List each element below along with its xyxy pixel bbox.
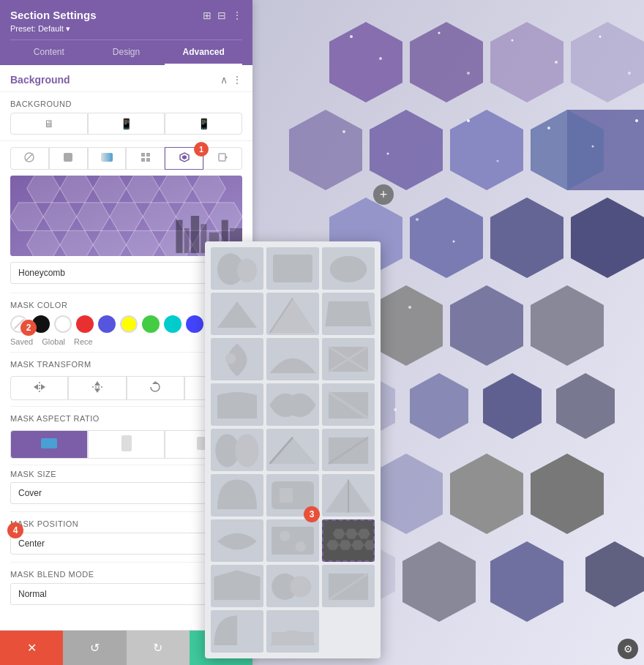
tab-content[interactable]: Content: [10, 40, 88, 65]
mask-item-4[interactable]: [211, 293, 263, 335]
flip-v-btn[interactable]: [68, 376, 126, 400]
mask-item-25[interactable]: [211, 610, 263, 653]
aspect-landscape-btn[interactable]: [10, 430, 88, 459]
background-field-label: Background: [0, 92, 252, 113]
mask-item-16[interactable]: [211, 474, 263, 516]
bg-mask-btn[interactable]: 1: [165, 147, 203, 170]
preset-label[interactable]: Preset: Default ▾: [10, 24, 242, 34]
mask-item-1[interactable]: [211, 247, 263, 290]
bg-gradient-btn[interactable]: [88, 147, 127, 170]
tablet-btn[interactable]: 📱: [88, 113, 165, 135]
settings-icon[interactable]: ⚙: [618, 639, 638, 659]
svg-marker-142: [94, 381, 100, 386]
tab-design[interactable]: Design: [88, 40, 165, 65]
svg-marker-90: [326, 540, 339, 550]
mask-item-2[interactable]: [266, 247, 319, 290]
svg-rect-102: [101, 153, 113, 162]
collapse-icon[interactable]: ∧: [220, 74, 228, 86]
maximize-icon[interactable]: ⊞: [203, 10, 211, 21]
mask-picker-popup: [205, 241, 381, 658]
minimize-icon[interactable]: ⊟: [217, 10, 226, 21]
color-blue[interactable]: [98, 315, 116, 333]
svg-point-95: [290, 576, 311, 598]
section-title: Background: [10, 74, 70, 86]
mask-item-3[interactable]: [322, 247, 375, 290]
svg-point-85: [280, 531, 290, 541]
svg-marker-140: [41, 384, 45, 390]
mask-item-7[interactable]: [211, 338, 263, 380]
color-yellow[interactable]: [120, 315, 138, 333]
step-2-badge: 2: [20, 320, 37, 336]
mask-item-10[interactable]: [211, 383, 263, 426]
svg-marker-67: [217, 301, 257, 328]
rotate-btn[interactable]: [127, 376, 184, 400]
mask-item-24[interactable]: [322, 565, 375, 607]
svg-point-61: [408, 306, 411, 309]
saved-tab[interactable]: Saved: [10, 337, 33, 346]
svg-rect-131: [176, 220, 182, 253]
aspect-portrait-btn[interactable]: [88, 430, 165, 459]
flip-h-btn[interactable]: [10, 376, 68, 400]
bg-none-btn[interactable]: [10, 147, 49, 170]
bg-color-btn[interactable]: [49, 147, 88, 170]
svg-marker-70: [326, 301, 372, 326]
svg-point-86: [296, 541, 306, 552]
svg-point-58: [635, 119, 638, 122]
svg-point-64: [237, 259, 257, 282]
svg-point-46: [438, 32, 441, 34]
section-more-icon[interactable]: ⋮: [232, 74, 242, 86]
tab-advanced[interactable]: Advanced: [165, 40, 242, 65]
svg-point-52: [342, 130, 345, 133]
mobile-btn[interactable]: 📱: [165, 113, 242, 135]
mask-item-19[interactable]: [211, 519, 263, 562]
svg-marker-92: [351, 540, 364, 550]
svg-point-45: [379, 57, 382, 60]
panel-header-icons: ⊞ ⊟ ⋮: [203, 10, 242, 21]
mask-item-22[interactable]: [211, 565, 263, 607]
svg-marker-87: [333, 529, 345, 539]
color-cyan[interactable]: [164, 315, 181, 333]
mask-item-honeycomb[interactable]: [322, 519, 375, 562]
desktop-btn[interactable]: 🖥: [10, 113, 88, 135]
redo-button[interactable]: ↻: [127, 631, 190, 665]
add-button[interactable]: +: [373, 184, 394, 205]
svg-point-44: [350, 35, 353, 38]
color-green[interactable]: [142, 315, 160, 333]
svg-marker-68: [270, 298, 316, 333]
svg-marker-91: [339, 540, 351, 550]
mask-item-18[interactable]: [322, 474, 375, 516]
mask-item-11[interactable]: [266, 383, 319, 426]
svg-point-56: [547, 127, 550, 129]
bg-video-btn[interactable]: [203, 147, 242, 170]
step-1-badge: 1: [194, 142, 209, 157]
color-white[interactable]: [54, 315, 72, 333]
global-tab[interactable]: Global: [42, 337, 65, 346]
bg-pattern-btn[interactable]: [126, 147, 165, 170]
undo-button[interactable]: ↺: [63, 631, 126, 665]
recent-tab[interactable]: Rece: [74, 337, 93, 346]
mask-item-9[interactable]: [322, 338, 375, 380]
svg-rect-98: [272, 632, 314, 645]
mask-item-23[interactable]: [266, 565, 319, 607]
step-3-badge: 3: [304, 506, 320, 522]
mask-item-8[interactable]: [266, 338, 319, 380]
mask-item-6[interactable]: [322, 293, 375, 335]
mask-item-15[interactable]: [322, 429, 375, 471]
mask-item-13[interactable]: [211, 429, 263, 471]
svg-point-55: [497, 160, 499, 162]
svg-point-53: [387, 153, 389, 155]
mask-item-20[interactable]: [266, 519, 319, 562]
more-icon[interactable]: ⋮: [232, 10, 242, 21]
color-dark-blue[interactable]: [186, 315, 203, 333]
mask-item-5[interactable]: [266, 293, 319, 335]
svg-point-54: [467, 119, 470, 122]
mask-item-14[interactable]: [266, 429, 319, 471]
svg-point-60: [453, 241, 455, 243]
mask-item-12[interactable]: [322, 383, 375, 426]
color-red[interactable]: [76, 315, 94, 333]
svg-marker-88: [345, 529, 358, 539]
cancel-button[interactable]: ✕: [0, 631, 63, 665]
mask-item-26[interactable]: [266, 610, 319, 653]
panel-title: Section Settings: [10, 9, 97, 21]
device-selector: 🖥 📱 📱: [0, 113, 252, 141]
